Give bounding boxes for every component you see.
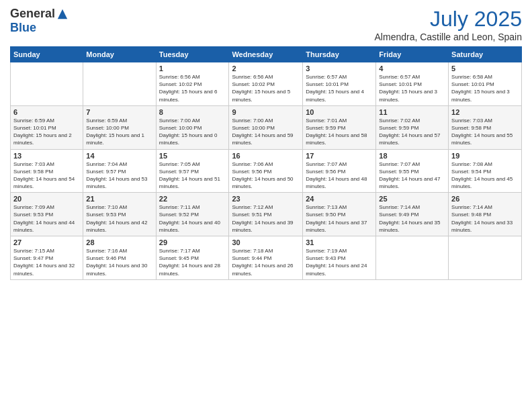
day-info: Sunrise: 7:08 AM Sunset: 9:54 PM Dayligh… [451, 161, 519, 191]
calendar-week-2: 6Sunrise: 6:59 AM Sunset: 10:01 PM Dayli… [11, 105, 522, 149]
day-number: 23 [232, 195, 300, 203]
day-info: Sunrise: 7:14 AM Sunset: 9:49 PM Dayligh… [379, 203, 445, 234]
table-row [376, 236, 449, 280]
day-number: 1 [159, 64, 226, 73]
day-info: Sunrise: 6:56 AM Sunset: 10:02 PM Daylig… [159, 73, 226, 103]
header-friday: Friday [376, 47, 449, 62]
calendar-table: Sunday Monday Tuesday Wednesday Thursday… [10, 46, 522, 280]
day-info: Sunrise: 7:06 AM Sunset: 9:56 PM Dayligh… [232, 161, 300, 191]
day-number: 24 [306, 195, 373, 203]
day-number: 11 [379, 108, 445, 116]
table-row: 5Sunrise: 6:58 AM Sunset: 10:01 PM Dayli… [449, 62, 522, 106]
table-row: 19Sunrise: 7:08 AM Sunset: 9:54 PM Dayli… [449, 149, 522, 193]
day-number: 20 [13, 195, 80, 203]
day-info: Sunrise: 6:58 AM Sunset: 10:01 PM Daylig… [451, 73, 519, 103]
day-number: 16 [232, 152, 300, 160]
header-wednesday: Wednesday [229, 47, 303, 62]
day-info: Sunrise: 6:57 AM Sunset: 10:01 PM Daylig… [379, 73, 445, 103]
table-row: 15Sunrise: 7:05 AM Sunset: 9:57 PM Dayli… [156, 149, 229, 193]
page: General Blue July 2025 Almendra, Castill… [0, 0, 532, 411]
calendar-week-5: 27Sunrise: 7:15 AM Sunset: 9:47 PM Dayli… [11, 236, 522, 280]
day-info: Sunrise: 7:17 AM Sunset: 9:45 PM Dayligh… [159, 247, 226, 277]
table-row: 17Sunrise: 7:07 AM Sunset: 9:56 PM Dayli… [303, 149, 376, 193]
table-row: 28Sunrise: 7:16 AM Sunset: 9:46 PM Dayli… [83, 236, 156, 280]
day-number: 18 [379, 152, 445, 160]
day-number: 15 [159, 152, 226, 160]
calendar-week-3: 13Sunrise: 7:03 AM Sunset: 9:58 PM Dayli… [11, 149, 522, 193]
day-number: 30 [232, 238, 300, 246]
table-row: 20Sunrise: 7:09 AM Sunset: 9:53 PM Dayli… [11, 193, 83, 236]
day-number: 9 [232, 108, 300, 116]
table-row: 16Sunrise: 7:06 AM Sunset: 9:56 PM Dayli… [229, 149, 303, 193]
table-row: 23Sunrise: 7:12 AM Sunset: 9:51 PM Dayli… [229, 193, 303, 236]
month-title: July 2025 [375, 7, 522, 32]
location-title: Almendra, Castille and Leon, Spain [375, 32, 522, 42]
table-row [11, 62, 83, 106]
logo-general-text: General [10, 7, 55, 21]
day-number: 22 [159, 195, 226, 203]
day-info: Sunrise: 7:07 AM Sunset: 9:55 PM Dayligh… [379, 161, 445, 191]
table-row: 9Sunrise: 7:00 AM Sunset: 10:00 PM Dayli… [229, 105, 303, 149]
table-row: 6Sunrise: 6:59 AM Sunset: 10:01 PM Dayli… [11, 105, 83, 149]
day-number: 19 [451, 152, 519, 160]
day-number: 28 [86, 238, 152, 246]
day-number: 26 [451, 195, 519, 203]
logo: General Blue [10, 7, 69, 35]
day-number: 6 [13, 108, 80, 116]
day-number: 29 [159, 238, 226, 246]
table-row: 24Sunrise: 7:13 AM Sunset: 9:50 PM Dayli… [303, 193, 376, 236]
day-number: 14 [86, 152, 152, 160]
header: General Blue July 2025 Almendra, Castill… [10, 7, 522, 42]
day-info: Sunrise: 6:59 AM Sunset: 10:01 PM Daylig… [13, 117, 80, 147]
header-saturday: Saturday [449, 47, 522, 62]
day-info: Sunrise: 6:57 AM Sunset: 10:01 PM Daylig… [306, 73, 373, 103]
table-row: 29Sunrise: 7:17 AM Sunset: 9:45 PM Dayli… [156, 236, 229, 280]
day-info: Sunrise: 7:04 AM Sunset: 9:57 PM Dayligh… [86, 161, 152, 191]
day-info: Sunrise: 7:15 AM Sunset: 9:47 PM Dayligh… [13, 247, 80, 277]
table-row: 14Sunrise: 7:04 AM Sunset: 9:57 PM Dayli… [83, 149, 156, 193]
day-info: Sunrise: 7:05 AM Sunset: 9:57 PM Dayligh… [159, 161, 226, 191]
day-info: Sunrise: 7:13 AM Sunset: 9:50 PM Dayligh… [306, 203, 373, 234]
day-info: Sunrise: 6:56 AM Sunset: 10:02 PM Daylig… [232, 73, 300, 103]
day-info: Sunrise: 7:12 AM Sunset: 9:51 PM Dayligh… [232, 203, 300, 234]
table-row: 27Sunrise: 7:15 AM Sunset: 9:47 PM Dayli… [11, 236, 83, 280]
header-tuesday: Tuesday [156, 47, 229, 62]
calendar-week-4: 20Sunrise: 7:09 AM Sunset: 9:53 PM Dayli… [11, 193, 522, 236]
day-number: 31 [306, 238, 373, 246]
day-info: Sunrise: 7:00 AM Sunset: 10:00 PM Daylig… [159, 117, 226, 147]
svg-marker-0 [58, 9, 67, 18]
day-number: 13 [13, 152, 80, 160]
table-row: 4Sunrise: 6:57 AM Sunset: 10:01 PM Dayli… [376, 62, 449, 106]
table-row: 1Sunrise: 6:56 AM Sunset: 10:02 PM Dayli… [156, 62, 229, 106]
table-row: 3Sunrise: 6:57 AM Sunset: 10:01 PM Dayli… [303, 62, 376, 106]
table-row [449, 236, 522, 280]
day-info: Sunrise: 7:09 AM Sunset: 9:53 PM Dayligh… [13, 203, 80, 234]
day-info: Sunrise: 7:07 AM Sunset: 9:56 PM Dayligh… [306, 161, 373, 191]
day-number: 27 [13, 238, 80, 246]
day-info: Sunrise: 7:11 AM Sunset: 9:52 PM Dayligh… [159, 203, 226, 234]
table-row: 13Sunrise: 7:03 AM Sunset: 9:58 PM Dayli… [11, 149, 83, 193]
calendar-week-1: 1Sunrise: 6:56 AM Sunset: 10:02 PM Dayli… [11, 62, 522, 106]
table-row: 11Sunrise: 7:02 AM Sunset: 9:59 PM Dayli… [376, 105, 449, 149]
day-info: Sunrise: 7:03 AM Sunset: 9:58 PM Dayligh… [13, 161, 80, 191]
day-number: 12 [451, 108, 519, 116]
day-number: 3 [306, 64, 373, 73]
table-row: 7Sunrise: 6:59 AM Sunset: 10:00 PM Dayli… [83, 105, 156, 149]
day-info: Sunrise: 7:01 AM Sunset: 9:59 PM Dayligh… [306, 117, 373, 147]
table-row: 22Sunrise: 7:11 AM Sunset: 9:52 PM Dayli… [156, 193, 229, 236]
day-number: 5 [451, 64, 519, 73]
day-number: 21 [86, 195, 152, 203]
table-row: 8Sunrise: 7:00 AM Sunset: 10:00 PM Dayli… [156, 105, 229, 149]
table-row: 18Sunrise: 7:07 AM Sunset: 9:55 PM Dayli… [376, 149, 449, 193]
day-number: 17 [306, 152, 373, 160]
calendar-header-row: Sunday Monday Tuesday Wednesday Thursday… [11, 47, 522, 62]
table-row: 10Sunrise: 7:01 AM Sunset: 9:59 PM Dayli… [303, 105, 376, 149]
day-number: 4 [379, 64, 445, 73]
day-number: 8 [159, 108, 226, 116]
day-info: Sunrise: 6:59 AM Sunset: 10:00 PM Daylig… [86, 117, 152, 147]
table-row: 2Sunrise: 6:56 AM Sunset: 10:02 PM Dayli… [229, 62, 303, 106]
day-info: Sunrise: 7:14 AM Sunset: 9:48 PM Dayligh… [451, 203, 519, 234]
header-thursday: Thursday [303, 47, 376, 62]
table-row: 12Sunrise: 7:03 AM Sunset: 9:58 PM Dayli… [449, 105, 522, 149]
day-info: Sunrise: 7:00 AM Sunset: 10:00 PM Daylig… [232, 117, 300, 147]
